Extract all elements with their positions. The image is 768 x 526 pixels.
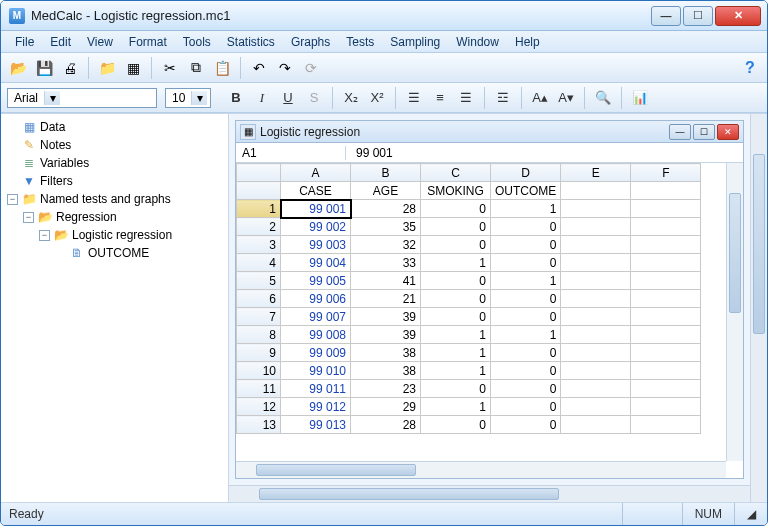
copy-icon[interactable]: ⧉ [185,57,207,79]
spreadsheet-table[interactable]: ABCDEFCASEAGESMOKINGOUTCOME199 001280129… [236,163,701,434]
row-header[interactable]: 8 [237,326,281,344]
refresh-icon[interactable]: ⟳ [300,57,322,79]
cell[interactable]: 39 [351,308,421,326]
table-row[interactable]: 199 0012801 [237,200,701,218]
paste-icon[interactable]: 📋 [211,57,233,79]
row-header[interactable]: 5 [237,272,281,290]
cell[interactable]: 99 002 [281,218,351,236]
table-row[interactable]: 1299 0122910 [237,398,701,416]
cell[interactable]: 0 [421,308,491,326]
tree-item-regression[interactable]: −📂Regression [21,208,226,226]
cell[interactable]: 0 [491,254,561,272]
cell[interactable]: 0 [421,272,491,290]
cell[interactable]: 1 [421,326,491,344]
cell-address[interactable]: A1 [236,146,346,160]
cell[interactable]: 1 [421,362,491,380]
tree-item-filters[interactable]: ▼Filters [5,172,226,190]
doc-hscrollbar[interactable] [229,485,750,502]
minimize-button[interactable] [651,6,681,26]
cell[interactable] [561,326,631,344]
cell[interactable] [561,398,631,416]
cell[interactable]: 1 [421,254,491,272]
table-row[interactable]: 1399 0132800 [237,416,701,434]
cell[interactable] [631,272,701,290]
cell[interactable]: 35 [351,218,421,236]
close-button[interactable] [715,6,761,26]
cell[interactable] [561,290,631,308]
menu-statistics[interactable]: Statistics [219,33,283,51]
cell[interactable]: 99 011 [281,380,351,398]
grid-hscrollbar[interactable] [236,461,726,478]
row-header[interactable]: 7 [237,308,281,326]
cell[interactable]: 99 004 [281,254,351,272]
collapse-icon[interactable]: − [23,212,34,223]
header-cell[interactable]: SMOKING [421,182,491,200]
open-icon[interactable]: 📂 [7,57,29,79]
print-icon[interactable]: 🖨 [59,57,81,79]
cell[interactable]: 28 [351,200,421,218]
cell[interactable] [561,362,631,380]
cell[interactable]: 28 [351,416,421,434]
cell[interactable]: 41 [351,272,421,290]
col-header[interactable]: F [631,164,701,182]
tree-item-data[interactable]: ▦Data [5,118,226,136]
strike-button[interactable]: S [303,87,325,109]
inner-close-button[interactable]: ✕ [717,124,739,140]
doc-vscrollbar[interactable] [750,114,767,502]
cell[interactable] [631,218,701,236]
scrollbar-thumb[interactable] [259,488,559,500]
cell[interactable] [631,362,701,380]
header-cell[interactable] [631,182,701,200]
italic-button[interactable]: I [251,87,273,109]
chart-button[interactable]: 📊 [629,87,651,109]
cell[interactable]: 38 [351,362,421,380]
cell[interactable]: 0 [421,236,491,254]
cell[interactable]: 0 [491,290,561,308]
row-header[interactable]: 12 [237,398,281,416]
row-header[interactable]: 9 [237,344,281,362]
cell[interactable] [631,254,701,272]
cell[interactable] [631,326,701,344]
grid-icon[interactable]: ▦ [122,57,144,79]
cell[interactable]: 39 [351,326,421,344]
cell[interactable]: 0 [421,218,491,236]
cell[interactable]: 33 [351,254,421,272]
menu-help[interactable]: Help [507,33,548,51]
scrollbar-thumb[interactable] [256,464,416,476]
save-icon[interactable]: 💾 [33,57,55,79]
table-row[interactable]: 999 0093810 [237,344,701,362]
cell[interactable]: 0 [491,218,561,236]
find-button[interactable]: 🔍 [592,87,614,109]
cell[interactable]: 99 008 [281,326,351,344]
table-row[interactable]: 299 0023500 [237,218,701,236]
chevron-down-icon[interactable]: ▾ [191,91,207,105]
cell[interactable]: 1 [421,344,491,362]
cell[interactable]: 99 006 [281,290,351,308]
cell[interactable] [561,380,631,398]
menu-window[interactable]: Window [448,33,507,51]
row-header[interactable]: 4 [237,254,281,272]
row-header[interactable]: 3 [237,236,281,254]
table-row[interactable]: 799 0073900 [237,308,701,326]
table-row[interactable]: 1099 0103810 [237,362,701,380]
table-row[interactable]: 899 0083911 [237,326,701,344]
row-header[interactable]: 13 [237,416,281,434]
cell[interactable] [561,416,631,434]
row-header[interactable]: 2 [237,218,281,236]
table-row[interactable]: 699 0062100 [237,290,701,308]
cell[interactable]: 99 001 [281,200,351,218]
cell[interactable] [561,308,631,326]
grid-vscrollbar[interactable] [726,163,743,461]
row-header[interactable]: 6 [237,290,281,308]
cell[interactable]: 0 [491,236,561,254]
cell[interactable] [631,236,701,254]
cell[interactable]: 23 [351,380,421,398]
cell[interactable]: 99 007 [281,308,351,326]
cell[interactable] [631,344,701,362]
cell[interactable]: 99 013 [281,416,351,434]
header-cell[interactable] [561,182,631,200]
underline-button[interactable]: U [277,87,299,109]
tree-item-variables[interactable]: ≣Variables [5,154,226,172]
menu-file[interactable]: File [7,33,42,51]
cut-icon[interactable]: ✂ [159,57,181,79]
